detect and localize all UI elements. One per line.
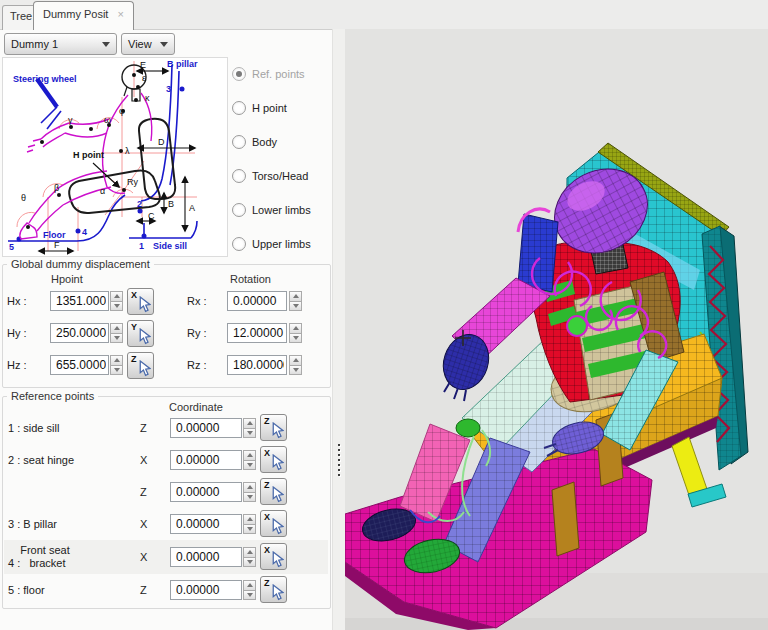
ry-label: Ry :	[187, 327, 207, 339]
tab-close-icon[interactable]: ×	[117, 8, 123, 20]
spinner-up[interactable]	[243, 580, 256, 591]
ref-row-axis: Z	[140, 486, 147, 498]
spinner-up[interactable]	[243, 547, 256, 558]
spinner-up[interactable]	[110, 323, 123, 334]
pick-x-button[interactable]: X	[260, 446, 287, 473]
radio-label: Body	[252, 136, 277, 148]
pick-cursor-icon	[271, 551, 284, 568]
ref-floor-input[interactable]	[170, 580, 242, 600]
groupbox-legend: Global dummy displacement	[7, 258, 154, 270]
rx-input[interactable]	[227, 291, 287, 311]
diagram-svg: Steering wheelB pillarE3εκφωγDH pointλRy…	[3, 58, 227, 256]
ref-row-axis: X	[140, 518, 147, 530]
spinner-up[interactable]	[243, 450, 256, 461]
radio-label: Lower limbs	[252, 204, 311, 216]
3d-scene-svg	[345, 29, 768, 630]
spinner-down[interactable]	[289, 366, 302, 376]
spinner-up[interactable]	[110, 291, 123, 302]
hz-input[interactable]	[50, 355, 109, 375]
pick-x-button[interactable]: X	[260, 543, 287, 570]
diagram-label: θ	[21, 193, 26, 203]
radio-lower-limbs[interactable]: Lower limbs	[232, 193, 332, 227]
3d-viewport[interactable]	[345, 29, 768, 630]
rz-input[interactable]	[227, 355, 287, 375]
spinner-down[interactable]	[243, 558, 256, 568]
diagram-label: 4	[82, 227, 87, 237]
radio-icon[interactable]	[232, 67, 246, 81]
hz-spinner	[110, 355, 123, 375]
ref-b-pillar-input[interactable]	[170, 514, 242, 534]
ref-side-sill-input[interactable]	[170, 418, 242, 438]
rx-label: Rx :	[187, 295, 207, 307]
pick-y-button[interactable]: Y	[127, 320, 154, 347]
pick-z-button[interactable]: Z	[260, 478, 287, 505]
diagram-label: ω	[104, 115, 111, 125]
spinner-down[interactable]	[243, 429, 256, 439]
radio-icon[interactable]	[232, 101, 246, 115]
pick-cursor-icon	[138, 328, 151, 345]
spinner-up[interactable]	[243, 482, 256, 493]
diagram-label: β	[54, 183, 59, 193]
spinner-down[interactable]	[289, 302, 302, 312]
spinner-down[interactable]	[243, 493, 256, 503]
view-select-dropdown[interactable]: View	[121, 33, 175, 55]
spinner-up[interactable]	[289, 355, 302, 366]
pick-z-button[interactable]: Z	[260, 414, 287, 441]
ref-seat-hinge-x-input[interactable]	[170, 450, 242, 470]
hz-label: Hz :	[7, 359, 27, 371]
diagram-label: 2	[137, 199, 142, 209]
radio-body[interactable]: Body	[232, 125, 332, 159]
pick-letter: X	[264, 448, 270, 458]
radio-icon[interactable]	[232, 203, 246, 217]
radio-icon[interactable]	[232, 237, 246, 251]
spinner-up[interactable]	[243, 514, 256, 525]
diagram-label: B pillar	[167, 59, 198, 69]
radio-label: Upper limbs	[252, 238, 311, 250]
diagram-label: E	[140, 60, 146, 70]
spinner-down[interactable]	[243, 525, 256, 535]
panel-splitter[interactable]	[332, 29, 346, 630]
spinner-up[interactable]	[243, 418, 256, 429]
ref-seat-hinge-z-input[interactable]	[170, 482, 242, 502]
spinner-down[interactable]	[243, 461, 256, 471]
spinner-down[interactable]	[110, 366, 123, 376]
diagram-label: B	[168, 199, 174, 209]
spinner-up[interactable]	[110, 355, 123, 366]
pick-cursor-icon	[271, 422, 284, 439]
chevron-down-icon	[102, 42, 110, 47]
radio-upper-limbs[interactable]: Upper limbs	[232, 227, 332, 261]
radio-icon[interactable]	[232, 169, 246, 183]
tab-tree-label: Tree	[10, 10, 32, 22]
rz-spinner	[289, 355, 302, 375]
pick-z-button[interactable]: Z	[260, 576, 287, 603]
radio-torso-head[interactable]: Torso/Head	[232, 159, 332, 193]
ref-row-label: 3 : B pillar	[8, 518, 57, 531]
ref-front-seat-bracket-input[interactable]	[170, 547, 242, 567]
spinner-up[interactable]	[289, 291, 302, 302]
spinner-down[interactable]	[110, 334, 123, 344]
pick-letter: Z	[264, 578, 270, 588]
hx-input[interactable]	[50, 291, 109, 311]
dummy-select-value: Dummy 1	[11, 38, 98, 50]
hy-input[interactable]	[50, 323, 109, 343]
dummy-select-dropdown[interactable]: Dummy 1	[4, 33, 117, 55]
diagram-label: H point	[73, 150, 104, 160]
ref-row-axis: Z	[140, 422, 147, 434]
pick-x-button[interactable]: X	[127, 288, 154, 315]
radio-h-point[interactable]: H point	[232, 91, 332, 125]
ref-row-b-pillar: 3 : B pillar X X	[4, 508, 328, 540]
radio-icon[interactable]	[232, 135, 246, 149]
pick-x-button[interactable]: X	[260, 510, 287, 537]
tab-dummy-positioning[interactable]: Dummy Posit×	[33, 1, 134, 30]
pick-z-button[interactable]: Z	[127, 352, 154, 379]
spinner-down[interactable]	[289, 334, 302, 344]
diagram-label: γ	[68, 115, 73, 125]
spinner-up[interactable]	[289, 323, 302, 334]
spinner-down[interactable]	[243, 591, 256, 601]
pick-letter: X	[131, 290, 137, 300]
ry-input[interactable]	[227, 323, 287, 343]
spinner-down[interactable]	[110, 302, 123, 312]
radio-ref-points[interactable]: Ref. points	[232, 57, 332, 91]
ref-spinner	[243, 450, 256, 470]
dummy-schematic-diagram: Steering wheelB pillarE3εκφωγDH pointλRy…	[2, 57, 228, 257]
